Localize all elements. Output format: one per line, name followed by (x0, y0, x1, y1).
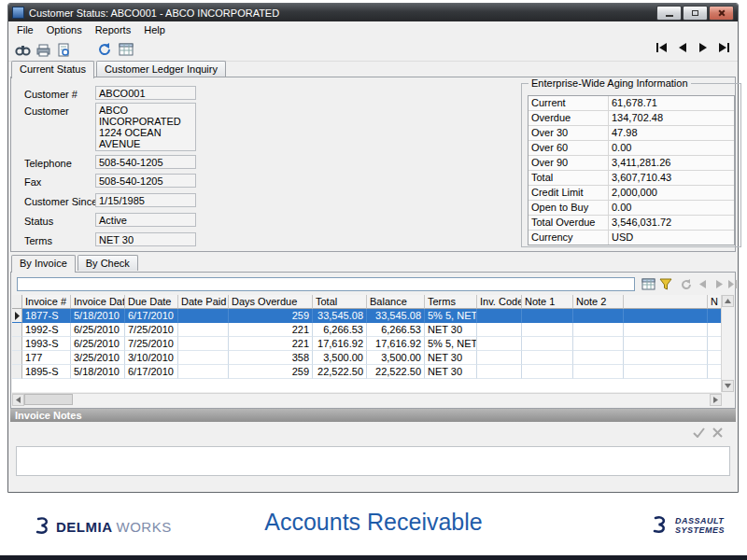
cell-due-date: 7/25/2010 (125, 323, 178, 337)
aging-row: Current61,678.71 (529, 96, 734, 111)
grid-row[interactable]: 1877-S 5/18/2010 6/17/2010 259 33,545.08… (12, 309, 722, 323)
cell-due-date: 6/17/2010 (125, 309, 178, 323)
col-balance[interactable]: Balance (367, 295, 425, 309)
first-record-icon[interactable] (655, 40, 669, 55)
aging-row: Open to Buy0.00 (529, 201, 734, 216)
col-invoice[interactable]: Invoice # (22, 295, 71, 309)
aging-value: 3,546,031.72 (609, 216, 734, 230)
post-note-icon[interactable] (693, 427, 705, 438)
cell-invoice: 1992-S (22, 323, 71, 337)
dassault-logo: DASSAULTSYSTEMES (648, 514, 725, 537)
cell-note1 (522, 309, 573, 323)
delmiaworks-logo: DELMIAWORKS (32, 516, 172, 537)
col-due-date[interactable]: Due Date (125, 295, 178, 309)
menu-help[interactable]: Help (137, 22, 172, 37)
cell-days-overdue: 259 (229, 365, 313, 379)
grid-row[interactable]: 1992-S 6/25/2010 7/25/2010 221 6,266.53 … (12, 323, 722, 337)
grid-icon[interactable] (116, 40, 135, 59)
cell-invoice-date: 6/25/2010 (71, 337, 125, 351)
cell-balance: 6,266.53 (367, 323, 425, 337)
print-preview-icon[interactable] (54, 40, 74, 59)
cell-note1 (522, 323, 573, 337)
customer-since-field[interactable]: 1/15/1985 (95, 193, 196, 207)
terms-field[interactable]: NET 30 (95, 232, 196, 246)
last-record-icon[interactable] (716, 40, 731, 55)
cell-days-overdue: 259 (229, 309, 313, 323)
fax-field[interactable]: 508-540-1205 (95, 174, 196, 188)
grid-vertical-scrollbar[interactable] (721, 295, 734, 392)
filter-icon[interactable] (657, 276, 673, 291)
cell-note1 (522, 337, 573, 351)
grid-row[interactable]: 177 3/25/2010 3/10/2010 358 3,500.00 3,5… (12, 351, 722, 365)
cell-invoice-date: 5/18/2010 (71, 309, 125, 323)
tab-customer-ledger-inquiry[interactable]: Customer Ledger Inquiry (96, 61, 226, 77)
aging-label: Over 60 (529, 141, 609, 155)
col-days-overdue[interactable]: Days Overdue (229, 295, 313, 309)
next-record-icon[interactable] (696, 40, 711, 55)
print-icon[interactable] (34, 40, 53, 59)
menu-options[interactable]: Options (40, 22, 89, 37)
grid-row[interactable]: 1993-S 6/25/2010 7/25/2010 221 17,616.92… (12, 337, 722, 351)
cell-next (708, 337, 722, 351)
grid-horizontal-scrollbar[interactable] (12, 393, 722, 406)
delmiaworks-logo-icon (32, 516, 52, 537)
cell-inv-code (477, 351, 522, 365)
telephone-label: Telephone (24, 158, 72, 169)
grid-row[interactable]: 1895-S 5/18/2010 6/17/2010 259 22,522.50… (12, 365, 722, 379)
table-icon[interactable] (641, 276, 656, 291)
cancel-note-icon[interactable] (712, 427, 723, 438)
cell-note2 (573, 323, 624, 337)
tab-current-status[interactable]: Current Status (11, 61, 94, 78)
scroll-thumb[interactable] (24, 394, 73, 405)
customer-number-field[interactable]: ABCO001 (95, 86, 196, 100)
col-note1[interactable]: Note 1 (522, 295, 573, 309)
scroll-left-icon[interactable] (12, 394, 24, 406)
filter-prior-icon[interactable] (695, 276, 711, 291)
col-total[interactable]: Total (313, 295, 367, 309)
tab-by-invoice[interactable]: By Invoice (11, 255, 76, 273)
grid-header-row: Invoice # Invoice Date Due Date Date Pai… (12, 295, 722, 309)
aging-label: Total (529, 171, 609, 185)
aging-title: Enterprise-Wide Aging Information (529, 77, 691, 89)
customer-since-label: Customer Since (24, 196, 97, 207)
title-bar[interactable]: Customer Status: ABCO001 - ABCO INCORPOR… (8, 4, 738, 21)
cell-due-date: 6/17/2010 (125, 365, 178, 379)
window-title: Customer Status: ABCO001 - ABCO INCORPOR… (29, 7, 279, 19)
scroll-up-icon[interactable] (722, 295, 734, 307)
scroll-down-icon[interactable] (722, 380, 734, 392)
cell-spacer (624, 351, 708, 365)
cell-total: 33,545.08 (313, 309, 367, 323)
tab-by-check[interactable]: By Check (78, 255, 138, 271)
customer-address-field[interactable]: ABCO INCORPORATED 1224 OCEAN AVENUE FALM… (95, 103, 196, 151)
refresh-icon[interactable] (95, 40, 115, 59)
col-next-truncated[interactable]: N (708, 295, 722, 309)
find-icon[interactable] (13, 40, 33, 59)
cell-terms: NET 30 (425, 323, 477, 337)
maximize-button[interactable] (683, 6, 708, 21)
telephone-field[interactable]: 508-540-1205 (95, 155, 196, 169)
cell-balance: 3,500.00 (367, 351, 425, 365)
col-note2[interactable]: Note 2 (573, 295, 624, 309)
close-button[interactable] (709, 6, 734, 21)
prior-record-icon[interactable] (675, 40, 690, 55)
col-terms[interactable]: Terms (425, 295, 477, 309)
invoice-filter-input[interactable] (17, 277, 635, 291)
aging-value: 47.98 (609, 126, 734, 140)
filter-last-icon[interactable] (724, 276, 740, 291)
aging-value: 3,411,281.26 (609, 156, 734, 170)
cell-note1 (522, 351, 573, 365)
filter-refresh-icon[interactable] (678, 276, 694, 291)
col-invoice-date[interactable]: Invoice Date (71, 295, 125, 309)
cell-invoice: 1895-S (22, 365, 71, 379)
scroll-right-icon[interactable] (710, 394, 722, 406)
menu-reports[interactable]: Reports (89, 22, 138, 37)
col-date-paid[interactable]: Date Paid (178, 295, 229, 309)
col-inv-code[interactable]: Inv. Code (477, 295, 522, 309)
minimize-button[interactable] (656, 6, 682, 21)
menu-file[interactable]: File (10, 22, 40, 37)
row-indicator (12, 365, 22, 379)
invoice-notes-input[interactable] (16, 446, 730, 476)
status-field[interactable]: Active (95, 213, 196, 227)
cell-inv-code (477, 323, 522, 337)
cell-next (708, 365, 722, 379)
